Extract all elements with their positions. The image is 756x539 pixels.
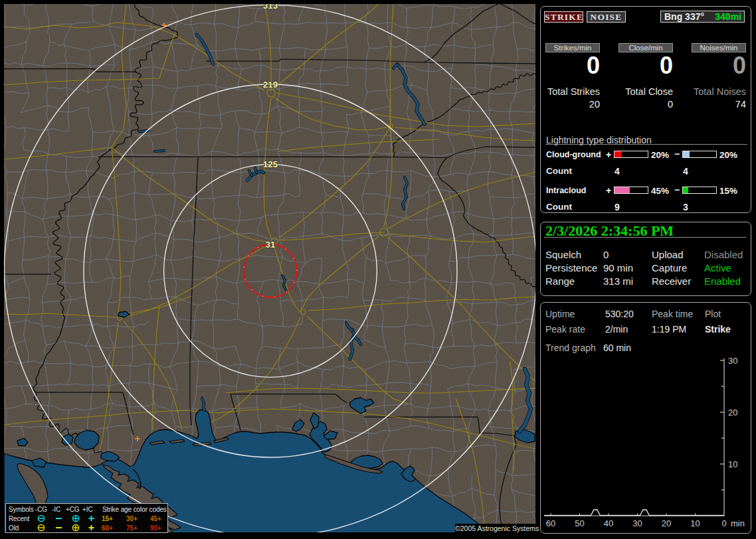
cloud-ground-label: Cloud-ground (546, 150, 601, 159)
map-legend: Symbols -CG -IC +CG +IC Strike age color… (5, 503, 168, 533)
strike-map[interactable]: 31321912531 (4, 4, 535, 532)
strikes-per-min-label: Strikes/min (545, 43, 600, 52)
bearing-indicator: Bng 337° 340mi (660, 11, 745, 23)
distribution-divider (545, 144, 747, 145)
plot-label: Plot (705, 309, 721, 319)
bearing-range-value: 340mi (715, 11, 741, 22)
cg-minus-bar (682, 151, 717, 158)
legend-nic-label: -IC (52, 506, 60, 513)
legend-age-60: 60+ (102, 524, 113, 532)
legend-old-symbols (30, 523, 96, 532)
cg-minus-count: 4 (683, 166, 688, 177)
datetime-divider (544, 237, 746, 238)
peak-rate-label: Peak rate (545, 324, 585, 335)
strikes-per-min-value: 0 (545, 55, 600, 76)
peak-time-value: 1:19 PM (652, 324, 686, 335)
svg-text:min: min (731, 518, 745, 528)
ic-minus-pct: 15% (719, 186, 737, 196)
svg-text:20: 20 (728, 408, 737, 418)
total-close-label: Total Close (600, 86, 673, 97)
receiver-status: Enabled (704, 275, 741, 287)
total-strikes-label: Total Strikes (527, 86, 600, 97)
range-label: Range (545, 275, 575, 287)
ring-distance-label: 31 (265, 240, 276, 250)
trend-graph: 3020106050403020100min (541, 354, 751, 532)
cg-minus-pct: 20% (719, 150, 737, 160)
copyright-notice: ©2005 Astrogenic Systems (455, 524, 535, 533)
persistence-value: 90 min (603, 262, 633, 273)
strike-stats-panel (540, 6, 751, 213)
uptime-label: Uptime (545, 309, 575, 319)
ring-distance-label: 313 (263, 4, 278, 11)
svg-text:50: 50 (575, 518, 584, 528)
close-per-min-value: 0 (618, 55, 673, 76)
total-noises-value: 74 (673, 99, 746, 110)
noises-per-min-label: Noises/min (692, 43, 746, 52)
cg-minus-sign: − (674, 149, 680, 159)
ic-minus-count: 3 (683, 202, 688, 212)
legend-recent-symbols (30, 514, 96, 523)
capture-status: Active (704, 262, 731, 273)
range-value: 313 mi (603, 275, 633, 287)
ic-plus-pct: 45% (651, 186, 669, 196)
legend-pic-label: +IC (82, 506, 93, 513)
ic-count-label: Count (546, 202, 572, 212)
svg-text:20: 20 (662, 518, 671, 528)
squelch-label: Squelch (545, 249, 581, 260)
legend-old-label: Old (9, 524, 19, 532)
legend-age-15: 15+ (102, 515, 113, 522)
legend-recent-label: Recent (9, 515, 29, 522)
legend-age-90: 90+ (150, 524, 161, 532)
ic-minus-bar (682, 187, 717, 194)
strike-mode-button[interactable]: STRIKE (544, 11, 583, 23)
legend-ncg-label: -CG (35, 506, 47, 513)
svg-text:0: 0 (721, 518, 726, 528)
close-per-min-label: Close/min (618, 43, 673, 52)
legend-age-75: 75+ (126, 524, 138, 532)
svg-text:30: 30 (632, 518, 642, 528)
legend-pcg-label: +CG (66, 506, 80, 513)
svg-text:10: 10 (728, 459, 737, 469)
ic-plus-sign: + (606, 185, 611, 196)
plot-type-value: Strike (705, 324, 731, 335)
ring-distance-label: 125 (263, 159, 278, 169)
legend-age-30: 30+ (126, 515, 138, 522)
total-noises-label: Total Noises (673, 86, 746, 97)
upload-label: Upload (652, 249, 684, 260)
total-strikes-value: 20 (527, 99, 600, 110)
legend-age-45: 45+ (150, 515, 161, 522)
cg-count-label: Count (546, 166, 572, 176)
noise-mode-button[interactable]: NOISE (587, 11, 626, 23)
uptime-value: 530:20 (605, 309, 634, 319)
svg-text:30: 30 (728, 356, 737, 366)
ring-distance-label: 219 (263, 80, 278, 90)
svg-text:60: 60 (546, 518, 555, 528)
svg-text:10: 10 (690, 518, 700, 528)
legend-symbols-label: Symbols (9, 506, 34, 513)
cg-plus-count: 4 (614, 166, 620, 177)
noises-per-min-value: 0 (692, 55, 746, 76)
bearing-value: Bng 337° (664, 11, 704, 22)
peak-time-label: Peak time (652, 309, 693, 319)
svg-text:40: 40 (604, 518, 613, 528)
app-window: 31321912531 Symbols -CG -IC +CG +IC Stri… (0, 0, 756, 539)
ic-plus-count: 9 (614, 202, 620, 212)
intracloud-label: Intracloud (546, 186, 586, 195)
upload-status: Disabled (704, 249, 743, 260)
squelch-value: 0 (603, 249, 609, 260)
trend-graph-range: 60 min (603, 343, 631, 353)
cg-plus-bar (614, 151, 648, 158)
legend-age-title: Strike age color codes (102, 506, 167, 513)
cg-plus-sign: + (606, 149, 611, 160)
ic-minus-sign: − (674, 185, 680, 195)
peak-rate-value: 2/min (605, 324, 628, 335)
receiver-label: Receiver (652, 275, 691, 287)
capture-label: Capture (652, 262, 687, 273)
persistence-label: Persistence (545, 262, 597, 273)
total-close-value: 0 (600, 99, 673, 110)
cg-plus-pct: 20% (651, 150, 669, 160)
ic-plus-bar (614, 187, 648, 194)
trend-graph-label: Trend graph (545, 343, 596, 353)
